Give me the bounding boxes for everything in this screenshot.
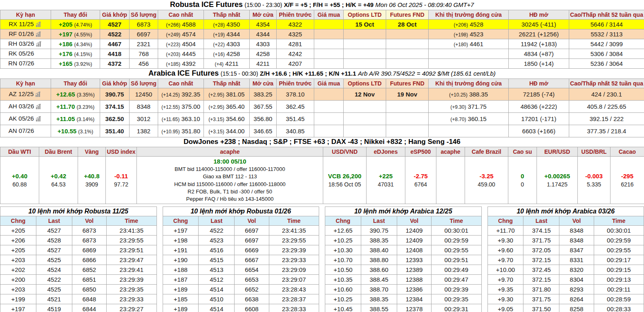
trade-last: 390.75 [361,226,397,236]
eurusd-cell: +0.002651.17425 [537,157,578,204]
close-cell: (+10.25) 388.35 [429,88,509,101]
contract-label: RN 07/26 [8,60,34,67]
trades-arabica-1225-table: 10 lệnh mới khớp Arabica 12/25 Chng Last… [325,207,482,312]
col-header-time: Time [432,216,481,226]
usd-index-change: -0.11 [114,173,128,180]
futures-fnd-cell: 28 Oct [386,20,429,29]
futures-fnd-cell [386,29,429,39]
cao-su-cell: 00 [508,157,537,204]
trade-vol: 6873 [72,236,106,245]
trade-vol: 6697 [235,226,269,236]
esp500-value: 6764 [406,181,435,189]
bid-cell [314,125,344,137]
high-value: 4504 [182,40,195,47]
usdvnd-time: 18:56 Oct 05 [324,181,365,189]
chart-icon[interactable] [36,103,42,110]
close-change: (+10.25) [449,92,467,98]
cacao-value: 6216 [611,181,643,189]
usd-index-value: 97.72 [107,181,136,189]
trade-time: 00:29:11 [594,285,644,294]
trade-row: +9.70 372.15 8331 00:29:17 [487,255,644,265]
trade-time: 00:28:33 [594,304,644,312]
trade-title-row: 10 lệnh mới khớp Arabica 12/25 [325,207,482,216]
last-cell: 362.50 [100,113,130,125]
col-header-contract: Kỳ hạn [0,10,51,20]
low-change: (+3.15) [208,129,224,135]
trade-row: +205 4527 6873 23:41:35 [0,226,157,236]
trade-chng: +10.30 [325,245,361,255]
chart-icon[interactable] [35,91,42,98]
change-percent: (4.55%) [74,32,92,38]
futures-row: AN 07/26 +10.55 (3.1%) 351.40 1382 (+10.… [0,125,644,137]
trade-vol: 12384 [397,294,431,304]
wti-value: 60.88 [1,181,38,189]
futures-row: RF 01/26 +197 (4.55%) 4522 6697 (+249) 4… [0,29,644,39]
trade-row: +203 4525 6850 23:29:35 [0,285,157,294]
close-value: 360.15 [468,115,487,122]
acaphe-note-line: BMT bid 114000-115000 / offer 116000-117… [138,166,322,173]
chart-icon[interactable] [36,116,42,123]
contract-label: AN 07/26 [9,127,34,134]
high-cell: (+12.55) 375.00 [158,101,204,113]
trade-vol: 12388 [397,275,431,285]
gold-cell: +40.83909 [78,157,106,204]
trade-last: 371.75 [523,294,559,304]
trade-last: 372.15 [523,275,559,285]
change-value: +11.05 [56,115,75,122]
trades-body: +12.65 390.75 12409 00:30:01 +10.25 388.… [325,226,482,312]
trade-time: 00:29:51 [432,255,481,265]
low-change: (+3.15) [208,117,224,122]
col-header-futures-fnd: Futures FND [386,10,429,20]
col-header-vol: Vol [235,216,269,226]
cafe-brazil-change: -3.25 [479,173,493,180]
arabica-spreads: Z/H +16.6 ; H/K +11.65 ; K/N +11.1 [260,70,356,77]
robusta-spreads: X/F = +5 ; F/H = +55 ; H/K = +49 [284,1,373,8]
trade-vol: 8331 [559,255,594,265]
options-ltd-cell: 12 Nov [344,88,386,101]
volume-cell: 1382 [130,125,158,137]
col-header-low: Thấp nhất [204,10,250,20]
trade-time: 23:29:33 [107,294,157,304]
edjones-value: 47031 [367,181,404,189]
chart-icon[interactable] [36,41,43,48]
trade-chng: +10.45 [325,304,361,312]
chart-icon[interactable] [36,21,42,28]
trade-chng: +187 [163,275,199,285]
col-header-cao-su: Cao su [508,147,537,157]
col-header-vol: Vol [72,216,106,226]
trade-last: 4514 [199,304,235,312]
change-cell: +205 (4.74%) [51,20,100,29]
usdbrl-change: -0.003 [585,173,603,180]
trade-last: 371.50 [523,304,559,312]
trade-row: +10.30 388.40 12408 00:29:55 [325,245,482,255]
trade-chng: +202 [0,265,36,275]
futures-fnd-cell [386,49,429,59]
options-ltd-cell [344,59,386,69]
trade-vol: 6638 [235,294,269,304]
trade-row: +200 4522 6851 23:29:39 [0,275,157,285]
market-header-row: Dầu WTI Dầu Brent Vàng USD index acaphe … [0,147,644,157]
low-value: 4344 [226,31,240,38]
contract-label: RF 01/26 [9,30,34,37]
contract-label: RK 05/26 [9,50,34,57]
col-header-last: Last [36,216,72,226]
trade-chng: +9.30 [487,236,523,245]
trade-time: 23:29:35 [107,285,157,294]
last-cell: 4522 [100,29,130,39]
indices-title-text: DowJones +238 ; Nasdaq ; S&P ; FTSE +63 … [183,138,461,146]
trade-time: 23:29:51 [107,245,157,255]
chart-icon[interactable] [36,31,42,38]
high-value: 4392 [182,60,195,67]
trade-last: 372.05 [523,245,559,255]
trade-vol: 8304 [559,275,594,285]
options-ltd-cell: 15 Oct [344,20,386,29]
trade-time: 00:29:13 [594,275,644,285]
low-value: 4211 [225,60,238,67]
trade-row: +9.60 372.05 8347 00:29:55 [487,245,644,255]
acaphe2-cell [436,157,465,204]
usdvnd-rate: VCB 26,200 [328,173,362,180]
col-header-last: Giá khớp [100,79,130,88]
trade-time: 00:29:17 [594,255,644,265]
col-header-bid: Giá mua [314,10,344,20]
trade-row: +9.30 371.75 8348 00:29:59 [487,236,644,245]
